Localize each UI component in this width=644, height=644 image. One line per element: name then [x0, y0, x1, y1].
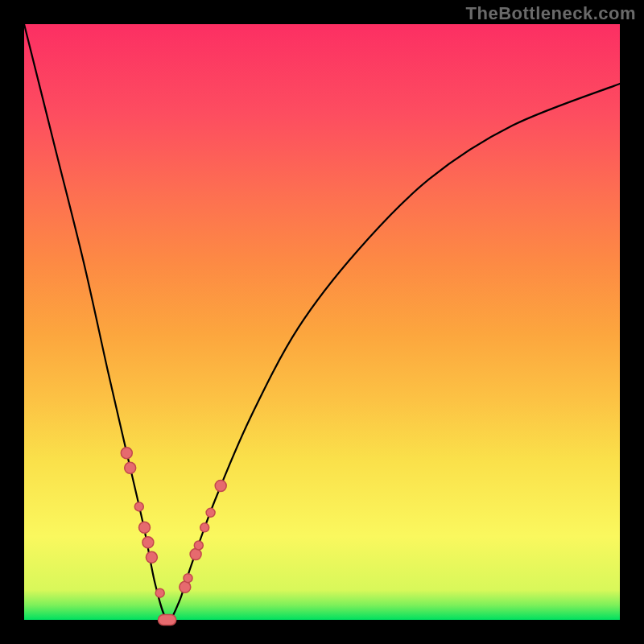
watermark-text: TheBottleneck.com	[466, 3, 636, 24]
highlight-point	[184, 574, 192, 583]
highlight-point	[134, 502, 143, 511]
chart-svg	[24, 24, 620, 620]
bottleneck-curve	[24, 24, 620, 621]
highlight-point	[190, 549, 201, 560]
min-band	[159, 615, 176, 625]
highlight-point	[125, 462, 136, 473]
highlight-point	[206, 508, 215, 517]
plot-area	[24, 24, 620, 620]
highlight-point	[121, 448, 132, 459]
highlight-point	[155, 588, 164, 597]
highlight-point	[142, 537, 154, 548]
marker-group	[121, 448, 226, 625]
highlight-point	[194, 541, 203, 550]
curve-group	[24, 24, 620, 621]
chart-frame: TheBottleneck.com	[0, 0, 644, 644]
highlight-point	[180, 581, 191, 592]
highlight-point	[215, 481, 226, 492]
highlight-point	[139, 522, 151, 533]
highlight-point	[146, 551, 157, 563]
highlight-point	[200, 523, 209, 532]
